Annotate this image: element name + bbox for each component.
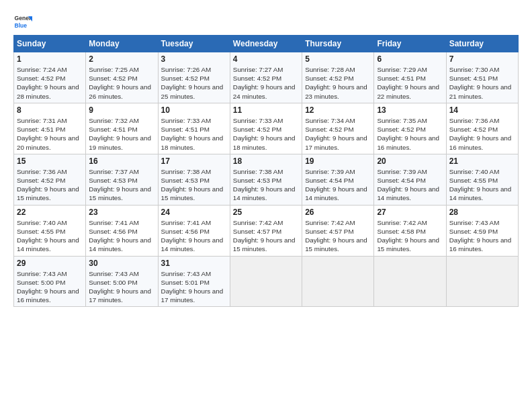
calendar-cell: 24 Sunrise: 7:41 AMSunset: 4:56 PMDaylig… xyxy=(158,205,230,256)
day-info: Sunrise: 7:42 AMSunset: 4:57 PMDaylight:… xyxy=(305,219,367,253)
day-info: Sunrise: 7:33 AMSunset: 4:51 PMDaylight:… xyxy=(161,117,224,151)
calendar-cell: 17 Sunrise: 7:38 AMSunset: 4:53 PMDaylig… xyxy=(158,154,230,205)
day-number: 8 xyxy=(17,105,83,115)
day-number: 25 xyxy=(233,208,299,217)
day-number: 22 xyxy=(17,208,83,217)
calendar-cell: 1 Sunrise: 7:24 AMSunset: 4:52 PMDayligh… xyxy=(14,52,86,103)
calendar-cell: 13 Sunrise: 7:35 AMSunset: 4:52 PMDaylig… xyxy=(374,103,446,154)
day-number: 1 xyxy=(17,54,83,64)
day-info: Sunrise: 7:43 AMSunset: 5:00 PMDaylight:… xyxy=(89,270,151,304)
calendar-cell: 20 Sunrise: 7:39 AMSunset: 4:54 PMDaylig… xyxy=(374,154,446,205)
calendar-cell: 6 Sunrise: 7:29 AMSunset: 4:51 PMDayligh… xyxy=(374,52,446,103)
day-info: Sunrise: 7:31 AMSunset: 4:51 PMDaylight:… xyxy=(17,117,79,151)
weekday-header-tuesday: Tuesday xyxy=(158,36,230,52)
calendar-week-2: 8 Sunrise: 7:31 AMSunset: 4:51 PMDayligh… xyxy=(14,103,519,154)
day-number: 16 xyxy=(89,156,154,166)
calendar-week-4: 22 Sunrise: 7:40 AMSunset: 4:55 PMDaylig… xyxy=(14,205,519,256)
day-number: 17 xyxy=(161,156,227,166)
calendar-cell: 22 Sunrise: 7:40 AMSunset: 4:55 PMDaylig… xyxy=(14,205,86,256)
day-number: 18 xyxy=(233,156,299,166)
calendar-cell xyxy=(446,256,518,307)
svg-text:Blue: Blue xyxy=(15,22,28,29)
weekday-header-friday: Friday xyxy=(374,36,446,52)
calendar-cell: 12 Sunrise: 7:34 AMSunset: 4:52 PMDaylig… xyxy=(302,103,374,154)
day-info: Sunrise: 7:40 AMSunset: 4:55 PMDaylight:… xyxy=(17,219,79,253)
svg-text:General: General xyxy=(15,15,32,21)
day-number: 30 xyxy=(89,259,154,268)
day-info: Sunrise: 7:25 AMSunset: 4:52 PMDaylight:… xyxy=(89,66,151,100)
calendar-cell xyxy=(302,256,374,307)
day-number: 29 xyxy=(17,259,83,268)
day-info: Sunrise: 7:27 AMSunset: 4:52 PMDaylight:… xyxy=(233,66,296,100)
calendar-cell: 16 Sunrise: 7:37 AMSunset: 4:53 PMDaylig… xyxy=(86,154,158,205)
calendar-cell: 29 Sunrise: 7:43 AMSunset: 5:00 PMDaylig… xyxy=(14,256,86,307)
calendar-cell: 11 Sunrise: 7:33 AMSunset: 4:52 PMDaylig… xyxy=(230,103,302,154)
day-number: 13 xyxy=(377,105,443,115)
day-number: 20 xyxy=(377,156,443,166)
day-info: Sunrise: 7:37 AMSunset: 4:53 PMDaylight:… xyxy=(89,168,151,202)
calendar-cell: 27 Sunrise: 7:42 AMSunset: 4:58 PMDaylig… xyxy=(374,205,446,256)
day-number: 14 xyxy=(449,105,515,115)
day-info: Sunrise: 7:30 AMSunset: 4:51 PMDaylight:… xyxy=(449,66,512,100)
day-info: Sunrise: 7:34 AMSunset: 4:52 PMDaylight:… xyxy=(305,117,367,151)
day-number: 2 xyxy=(89,54,154,64)
calendar-week-5: 29 Sunrise: 7:43 AMSunset: 5:00 PMDaylig… xyxy=(14,256,519,307)
day-info: Sunrise: 7:36 AMSunset: 4:52 PMDaylight:… xyxy=(17,168,79,202)
day-info: Sunrise: 7:33 AMSunset: 4:52 PMDaylight:… xyxy=(233,117,296,151)
calendar-cell xyxy=(230,256,302,307)
day-info: Sunrise: 7:32 AMSunset: 4:51 PMDaylight:… xyxy=(89,117,151,151)
day-info: Sunrise: 7:28 AMSunset: 4:52 PMDaylight:… xyxy=(305,66,367,100)
day-info: Sunrise: 7:26 AMSunset: 4:52 PMDaylight:… xyxy=(161,66,224,100)
calendar-cell: 25 Sunrise: 7:42 AMSunset: 4:57 PMDaylig… xyxy=(230,205,302,256)
day-info: Sunrise: 7:41 AMSunset: 4:56 PMDaylight:… xyxy=(89,219,151,253)
calendar-cell: 19 Sunrise: 7:39 AMSunset: 4:54 PMDaylig… xyxy=(302,154,374,205)
calendar-cell: 9 Sunrise: 7:32 AMSunset: 4:51 PMDayligh… xyxy=(86,103,158,154)
day-info: Sunrise: 7:35 AMSunset: 4:52 PMDaylight:… xyxy=(377,117,439,151)
calendar-cell: 26 Sunrise: 7:42 AMSunset: 4:57 PMDaylig… xyxy=(302,205,374,256)
day-number: 28 xyxy=(449,208,515,217)
day-info: Sunrise: 7:42 AMSunset: 4:57 PMDaylight:… xyxy=(233,219,296,253)
day-number: 19 xyxy=(305,156,371,166)
day-number: 21 xyxy=(449,156,515,166)
calendar-cell: 18 Sunrise: 7:38 AMSunset: 4:53 PMDaylig… xyxy=(230,154,302,205)
calendar-cell: 15 Sunrise: 7:36 AMSunset: 4:52 PMDaylig… xyxy=(14,154,86,205)
calendar-cell xyxy=(374,256,446,307)
day-number: 26 xyxy=(305,208,371,217)
day-info: Sunrise: 7:36 AMSunset: 4:52 PMDaylight:… xyxy=(449,117,512,151)
calendar-table: SundayMondayTuesdayWednesdayThursdayFrid… xyxy=(13,35,519,307)
calendar-cell: 10 Sunrise: 7:33 AMSunset: 4:51 PMDaylig… xyxy=(158,103,230,154)
header: General Blue xyxy=(13,12,519,31)
day-info: Sunrise: 7:39 AMSunset: 4:54 PMDaylight:… xyxy=(305,168,367,202)
calendar-cell: 2 Sunrise: 7:25 AMSunset: 4:52 PMDayligh… xyxy=(86,52,158,103)
weekday-header-wednesday: Wednesday xyxy=(230,36,302,52)
day-number: 3 xyxy=(161,54,227,64)
day-info: Sunrise: 7:41 AMSunset: 4:56 PMDaylight:… xyxy=(161,219,224,253)
calendar-week-3: 15 Sunrise: 7:36 AMSunset: 4:52 PMDaylig… xyxy=(14,154,519,205)
day-number: 9 xyxy=(89,105,154,115)
weekday-header-saturday: Saturday xyxy=(446,36,518,52)
calendar-cell: 21 Sunrise: 7:40 AMSunset: 4:55 PMDaylig… xyxy=(446,154,518,205)
calendar-cell: 14 Sunrise: 7:36 AMSunset: 4:52 PMDaylig… xyxy=(446,103,518,154)
day-number: 23 xyxy=(89,208,154,217)
day-info: Sunrise: 7:38 AMSunset: 4:53 PMDaylight:… xyxy=(161,168,224,202)
day-info: Sunrise: 7:39 AMSunset: 4:54 PMDaylight:… xyxy=(377,168,439,202)
day-info: Sunrise: 7:38 AMSunset: 4:53 PMDaylight:… xyxy=(233,168,296,202)
day-number: 11 xyxy=(233,105,299,115)
day-info: Sunrise: 7:43 AMSunset: 4:59 PMDaylight:… xyxy=(449,219,512,253)
day-number: 10 xyxy=(161,105,227,115)
calendar-cell: 31 Sunrise: 7:43 AMSunset: 5:01 PMDaylig… xyxy=(158,256,230,307)
day-info: Sunrise: 7:40 AMSunset: 4:55 PMDaylight:… xyxy=(449,168,512,202)
calendar-cell: 30 Sunrise: 7:43 AMSunset: 5:00 PMDaylig… xyxy=(86,256,158,307)
page: General Blue SundayMondayTuesdayWednesda… xyxy=(0,0,532,411)
day-number: 27 xyxy=(377,208,443,217)
day-number: 7 xyxy=(449,54,515,64)
day-info: Sunrise: 7:29 AMSunset: 4:51 PMDaylight:… xyxy=(377,66,439,100)
day-number: 6 xyxy=(377,54,443,64)
day-info: Sunrise: 7:43 AMSunset: 5:00 PMDaylight:… xyxy=(17,270,79,304)
calendar-cell: 28 Sunrise: 7:43 AMSunset: 4:59 PMDaylig… xyxy=(446,205,518,256)
weekday-header-thursday: Thursday xyxy=(302,36,374,52)
day-number: 31 xyxy=(161,259,227,268)
day-info: Sunrise: 7:24 AMSunset: 4:52 PMDaylight:… xyxy=(17,66,79,100)
calendar-cell: 5 Sunrise: 7:28 AMSunset: 4:52 PMDayligh… xyxy=(302,52,374,103)
weekday-header-sunday: Sunday xyxy=(14,36,86,52)
